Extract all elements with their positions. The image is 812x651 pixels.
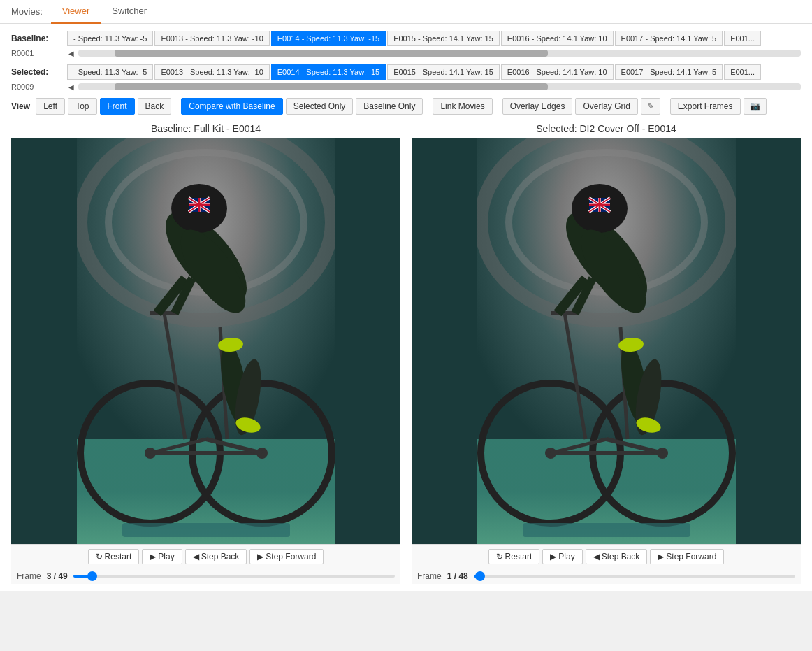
- selected-video-frame: [412, 138, 801, 544]
- selected-tag-e0013s[interactable]: E0013 - Speed: 11.3 Yaw: -10: [154, 64, 269, 80]
- baseline-scroll-row: R0001 ◀: [11, 49, 801, 57]
- baseline-scroll-left-arrow[interactable]: ◀: [67, 49, 75, 57]
- step-back-icon-2: ◀: [593, 552, 600, 561]
- baseline-tag-e001xb[interactable]: E001...: [724, 31, 761, 46]
- tab-switcher[interactable]: Switcher: [101, 0, 158, 24]
- selected-controls-bar: ↻ Restart ▶ Play ◀ Step Back ▶ Step Forw…: [412, 544, 801, 568]
- selected-restart-button[interactable]: ↻ Restart: [488, 549, 540, 564]
- selected-frame-value: 1 / 48: [447, 571, 468, 581]
- step-back-icon: ◀: [193, 552, 199, 561]
- baseline-frame-label: Frame: [17, 571, 41, 581]
- selected-tag-e0016s[interactable]: E0016 - Speed: 14.1 Yaw: 10: [501, 64, 614, 80]
- baseline-scrollbar-thumb: [115, 50, 548, 57]
- selected-label: Selected:: [11, 67, 67, 77]
- baseline-viewer-panel: Baseline: Full Kit - E0014: [11, 123, 400, 584]
- baseline-run-label: R0001: [11, 49, 67, 57]
- baseline-controls-bar: ↻ Restart ▶ Play ◀ Step Back ▶ Step Forw…: [11, 544, 400, 568]
- view-back-button[interactable]: Back: [138, 98, 172, 115]
- baseline-scrollbar[interactable]: [78, 50, 801, 57]
- baseline-tags: - Speed: 11.3 Yaw: -5E0013 - Speed: 11.3…: [67, 31, 801, 46]
- movies-label: Movies:: [11, 6, 43, 17]
- play-icon-2: ▶: [550, 552, 556, 561]
- baseline-tag-e0017b[interactable]: E0017 - Speed: 14.1 Yaw: 5: [615, 31, 723, 46]
- overlay-grid-button[interactable]: Overlay Grid: [575, 98, 637, 115]
- baseline-play-button[interactable]: ▶ Play: [142, 549, 182, 564]
- selected-tag-e0015s[interactable]: E0015 - Speed: 14.1 Yaw: 15: [387, 64, 500, 80]
- baseline-viewer-title: Baseline: Full Kit - E0014: [11, 123, 400, 134]
- top-tabs-bar: Movies: Viewer Switcher: [0, 0, 812, 24]
- selected-scroll-left-arrow[interactable]: ◀: [67, 83, 75, 91]
- selected-tags: - Speed: 11.3 Yaw: -5E0013 - Speed: 11.3…: [67, 64, 801, 80]
- main-content: Baseline: - Speed: 11.3 Yaw: -5E0013 - S…: [0, 24, 812, 591]
- selected-scrollbar[interactable]: [78, 83, 801, 90]
- step-forward-icon: ▶: [257, 552, 263, 561]
- viewers-container: Baseline: Full Kit - E0014: [11, 123, 801, 584]
- baseline-step-forward-button[interactable]: ▶ Step Forward: [249, 549, 324, 564]
- step-forward-icon-2: ▶: [658, 552, 664, 561]
- export-icon[interactable]: 📷: [744, 98, 767, 115]
- selected-viewer-title: Selected: DI2 Cover Off - E0014: [412, 123, 801, 134]
- baseline-tag-e0016b[interactable]: E0016 - Speed: 14.1 Yaw: 10: [501, 31, 614, 46]
- view-left-button[interactable]: Left: [36, 98, 65, 115]
- selected-play-button[interactable]: ▶ Play: [542, 549, 582, 564]
- selected-viewer-panel: Selected: DI2 Cover Off - E0014: [412, 123, 801, 584]
- selected-run-label: R0009: [11, 83, 67, 91]
- restart-icon: ↻: [96, 552, 103, 561]
- baseline-frame-row: Frame 3 / 49: [11, 568, 400, 584]
- selected-slider-thumb[interactable]: [475, 571, 485, 581]
- baseline-tag-e0014b[interactable]: E0014 - Speed: 11.3 Yaw: -15: [271, 31, 386, 46]
- view-label: View: [11, 101, 30, 111]
- view-top-button[interactable]: Top: [68, 98, 96, 115]
- selected-frame-slider[interactable]: [474, 575, 795, 578]
- selected-frame-label: Frame: [417, 571, 442, 581]
- view-front-button[interactable]: Front: [100, 98, 135, 115]
- restart-icon-2: ↻: [496, 552, 503, 561]
- play-icon: ▶: [150, 552, 156, 561]
- baseline-tag-e0013b[interactable]: E0013 - Speed: 11.3 Yaw: -10: [154, 31, 269, 46]
- svg-rect-65: [523, 523, 690, 537]
- compare-baseline-button[interactable]: Compare with Baseline: [181, 98, 282, 115]
- selected-only-button[interactable]: Selected Only: [286, 98, 354, 115]
- baseline-label: Baseline:: [11, 34, 67, 43]
- selected-frame-row: Frame 1 / 48: [412, 568, 801, 584]
- overlay-edges-button[interactable]: Overlay Edges: [502, 98, 573, 115]
- svg-rect-32: [122, 523, 290, 537]
- baseline-video-frame: [11, 138, 400, 544]
- export-frames-button[interactable]: Export Frames: [670, 98, 741, 115]
- selected-tag-e0012s[interactable]: - Speed: 11.3 Yaw: -5: [67, 64, 153, 80]
- view-toolbar: View Left Top Front Back Compare with Ba…: [11, 98, 801, 115]
- selected-tag-e0014s[interactable]: E0014 - Speed: 11.3 Yaw: -15: [271, 64, 386, 80]
- link-movies-button[interactable]: Link Movies: [433, 98, 492, 115]
- baseline-only-button[interactable]: Baseline Only: [356, 98, 423, 115]
- selected-step-back-button[interactable]: ◀ Step Back: [586, 549, 648, 564]
- baseline-row: Baseline: - Speed: 11.3 Yaw: -5E0013 - S…: [11, 31, 801, 46]
- baseline-restart-button[interactable]: ↻ Restart: [88, 549, 140, 564]
- baseline-tag-e0012b[interactable]: - Speed: 11.3 Yaw: -5: [67, 31, 153, 46]
- selected-row: Selected: - Speed: 11.3 Yaw: -5E0013 - S…: [11, 64, 801, 80]
- selected-scroll-row: R0009 ◀: [11, 83, 801, 91]
- selected-tag-e0017s[interactable]: E0017 - Speed: 14.1 Yaw: 5: [615, 64, 723, 80]
- baseline-tag-e0015b[interactable]: E0015 - Speed: 14.1 Yaw: 15: [387, 31, 500, 46]
- selected-tag-e001xs[interactable]: E001...: [724, 64, 761, 80]
- overlay-settings-icon[interactable]: ✎: [641, 98, 660, 115]
- selected-cyclist-image: [477, 138, 736, 544]
- selected-step-forward-button[interactable]: ▶ Step Forward: [650, 549, 724, 564]
- baseline-cyclist-image: [77, 138, 335, 544]
- baseline-frame-slider[interactable]: [73, 575, 395, 578]
- baseline-step-back-button[interactable]: ◀ Step Back: [185, 549, 247, 564]
- baseline-slider-thumb[interactable]: [87, 571, 97, 581]
- selected-scrollbar-thumb: [115, 83, 548, 90]
- baseline-frame-value: 3 / 49: [47, 571, 68, 581]
- tab-viewer[interactable]: Viewer: [51, 0, 101, 24]
